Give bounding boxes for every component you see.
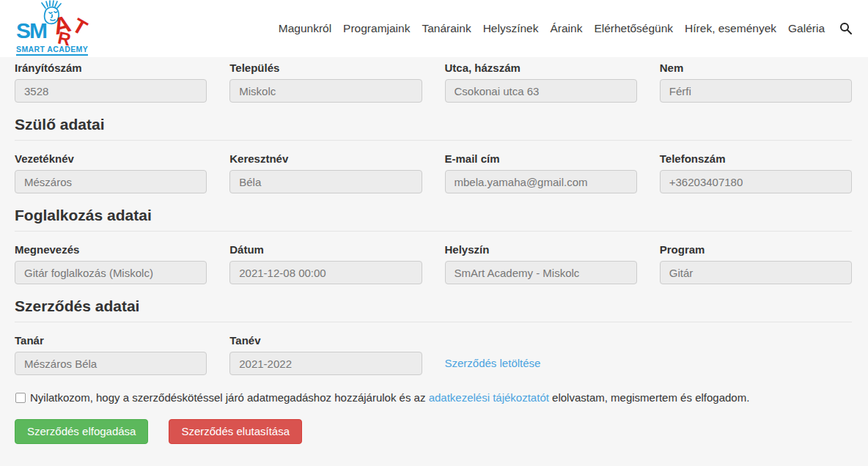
parent-row: Vezetéknév Keresztnév E-mail cím Telefon… (15, 152, 852, 193)
accept-contract-button[interactable]: Szerződés elfogadása (15, 419, 148, 444)
section-title-contract-data: Szerződés adatai (15, 297, 852, 322)
phone-input[interactable] (660, 170, 852, 193)
consent-text: Nyilatkozom, hogy a szerződéskötéssel já… (30, 391, 749, 404)
city-input[interactable] (229, 79, 422, 103)
nav-item-araink[interactable]: Áraink (544, 22, 588, 35)
search-icon[interactable] (838, 21, 853, 37)
last-name-field: Vezetéknév (15, 152, 207, 193)
address-row: Irányítószám Település Utca, házszám Nem (15, 62, 852, 103)
logo-caption: SMART ACADEMY (16, 45, 88, 56)
phone-label: Telefonszám (660, 152, 852, 165)
section-title-parent-data: Szülő adatai (15, 116, 852, 141)
teacher-field: Tanár (15, 334, 207, 375)
city-label: Település (229, 62, 422, 74)
contract-row: Tanár Tanév Szerződés letöltése (15, 334, 852, 375)
phone-field: Telefonszám (660, 152, 852, 193)
consent-text-prefix: Nyilatkozom, hogy a szerződéskötéssel já… (30, 391, 429, 404)
download-contract-wrap: Szerződés letöltése (445, 357, 637, 375)
city-field: Település (229, 62, 422, 103)
contract-form: Irányítószám Település Utca, házszám Nem… (0, 57, 868, 466)
school-year-label: Tanév (229, 334, 422, 347)
email-input[interactable] (445, 170, 637, 193)
nav-item-hirek-esemenyek[interactable]: Hírek, események (679, 22, 782, 35)
date-input[interactable] (229, 261, 422, 284)
email-label: E-mail cím (445, 152, 637, 165)
location-field: Helyszín (445, 243, 637, 284)
last-name-label: Vezetéknév (15, 152, 207, 165)
nav-item-programjaink[interactable]: Programjaink (337, 22, 416, 35)
logo-letter-t: T (68, 14, 91, 40)
site-header: SM A T R SMART ACADEMY Magunkról Program… (0, 0, 868, 57)
postal-code-input[interactable] (15, 79, 207, 103)
nav-item-helyszinek[interactable]: Helyszínek (477, 22, 545, 35)
first-name-input[interactable] (229, 170, 422, 193)
program-input[interactable] (660, 261, 852, 284)
gender-label: Nem (660, 62, 852, 74)
postal-code-label: Irányítószám (15, 62, 207, 74)
privacy-policy-link[interactable]: adatkezelési tájékoztatót (429, 391, 549, 404)
brand-logo[interactable]: SM A T R SMART ACADEMY (15, 1, 91, 56)
course-name-input[interactable] (15, 261, 207, 284)
nav-item-tanaraink[interactable]: Tanáraink (416, 22, 477, 35)
consent-checkbox[interactable] (15, 393, 26, 403)
course-name-field: Megnevezés (15, 243, 207, 284)
date-label: Dátum (229, 243, 422, 256)
school-year-field: Tanév (229, 334, 422, 375)
nav-item-elerhetosegunk[interactable]: Elérhetőségünk (588, 22, 679, 35)
program-label: Program (660, 243, 852, 256)
date-field: Dátum (229, 243, 422, 284)
course-row: Megnevezés Dátum Helyszín Program (15, 243, 852, 284)
first-name-field: Keresztnév (229, 152, 422, 193)
teacher-input[interactable] (15, 352, 207, 375)
nav-item-galeria[interactable]: Galéria (782, 22, 831, 35)
location-input[interactable] (445, 261, 637, 284)
postal-code-field: Irányítószám (15, 62, 207, 103)
course-name-label: Megnevezés (15, 243, 207, 256)
location-label: Helyszín (445, 243, 637, 256)
email-field: E-mail cím (445, 152, 637, 193)
teacher-label: Tanár (15, 334, 207, 347)
reject-contract-button[interactable]: Szerződés elutasítása (169, 419, 302, 444)
street-input[interactable] (445, 79, 637, 103)
gender-field: Nem (660, 62, 852, 103)
consent-row: Nyilatkozom, hogy a szerződéskötéssel já… (15, 391, 852, 404)
school-year-input[interactable] (229, 352, 422, 375)
nav-item-magunkrol[interactable]: Magunkról (273, 22, 337, 35)
contract-row-spacer (660, 334, 852, 375)
gender-input[interactable] (660, 79, 852, 103)
main-nav: Magunkról Programjaink Tanáraink Helyszí… (273, 21, 853, 37)
program-field: Program (660, 243, 852, 284)
action-buttons: Szerződés elfogadása Szerződés elutasítá… (15, 419, 852, 444)
section-title-course-data: Foglalkozás adatai (15, 207, 852, 232)
last-name-input[interactable] (15, 170, 207, 193)
street-label: Utca, házszám (445, 62, 637, 74)
consent-text-suffix: elolvastam, megismertem és elfogadom. (549, 391, 749, 404)
download-contract-link[interactable]: Szerződés letöltése (445, 357, 541, 369)
street-field: Utca, házszám (445, 62, 637, 103)
logo-letters-sm: SM (16, 18, 46, 43)
first-name-label: Keresztnév (229, 152, 422, 165)
